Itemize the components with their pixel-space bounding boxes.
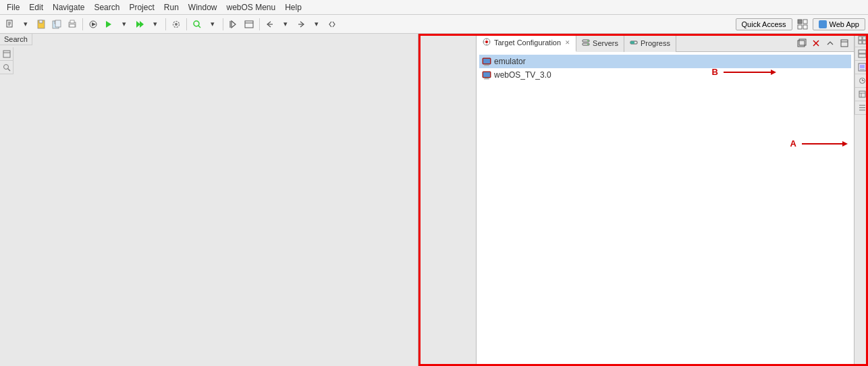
toolbar-search-dropdown[interactable]: ▾ [205, 17, 220, 32]
tab-target-config[interactable]: Target Configuration ✕ [477, 34, 576, 52]
toolbar-save-btn[interactable] [34, 17, 49, 32]
toolbar-nav2-btn[interactable] [242, 17, 256, 32]
right-icon-1[interactable] [855, 34, 868, 47]
toolbar-forward-btn[interactable] [294, 17, 308, 32]
svg-rect-66 [863, 36, 866, 40]
svg-rect-65 [859, 36, 862, 40]
progress-icon [630, 38, 638, 48]
right-icon-2[interactable] [855, 47, 868, 61]
search-tab[interactable]: Search [0, 34, 32, 45]
svg-rect-56 [483, 59, 490, 63]
svg-point-36 [485, 41, 488, 43]
tab-content: emulator webOS_TV_3.0 [477, 52, 854, 365]
svg-rect-10 [70, 20, 74, 23]
left-side-icons [0, 47, 13, 74]
svg-rect-30 [803, 25, 807, 29]
tab-actions: B [795, 36, 854, 50]
toolbar-run2-btn[interactable] [132, 17, 147, 32]
tab-bar: Target Configuration ✕ Servers [477, 34, 854, 52]
toolbar-pin-btn[interactable] [325, 17, 340, 32]
svg-rect-72 [860, 65, 865, 68]
toolbar-forward-dropdown[interactable]: ▾ [309, 17, 324, 32]
menu-help[interactable]: Help [281, 1, 306, 14]
toolbar-new-btn[interactable] [3, 17, 18, 32]
toolbar-search-btn[interactable] [190, 17, 205, 32]
svg-marker-13 [92, 22, 96, 26]
toolbar-debug-btn[interactable] [86, 17, 101, 32]
tree-item-webos[interactable]: webOS_TV_3.0 [479, 68, 851, 82]
svg-rect-5 [39, 20, 43, 23]
webos-icon [482, 70, 491, 80]
toolbar-nav1-btn[interactable] [226, 17, 241, 32]
svg-rect-8 [55, 20, 61, 27]
svg-rect-57 [485, 64, 489, 66]
toolbar-perspective-btn[interactable] [795, 17, 810, 32]
separator-1 [82, 18, 83, 30]
menu-window[interactable]: Window [184, 1, 221, 14]
right-icon-4[interactable] [855, 74, 868, 88]
right-icon-5[interactable] [855, 88, 868, 101]
svg-rect-28 [803, 20, 807, 24]
separator-5 [259, 18, 260, 30]
tab-action-close[interactable] [809, 36, 823, 50]
toolbar-save2-btn[interactable] [49, 17, 64, 32]
svg-rect-11 [70, 24, 75, 27]
toolbar-print-btn[interactable] [65, 17, 80, 32]
menu-navigate[interactable]: Navigate [49, 1, 88, 14]
tab-action-expand[interactable] [795, 36, 809, 50]
tree-item-emulator[interactable]: emulator [479, 55, 851, 68]
emulator-icon [482, 57, 491, 66]
main-area: Search [0, 34, 868, 366]
left-side-icon-1[interactable] [0, 47, 13, 61]
menu-project[interactable]: Project [125, 1, 158, 14]
tab-progress[interactable]: Progress [624, 34, 676, 52]
menu-edit[interactable]: Edit [25, 1, 47, 14]
svg-rect-60 [483, 72, 490, 77]
right-icon-3[interactable] [855, 61, 868, 74]
toolbar-settings-btn[interactable] [169, 17, 184, 32]
svg-rect-68 [863, 41, 866, 44]
right-icon-6[interactable] [855, 101, 868, 115]
toolbar-back-dropdown[interactable]: ▾ [278, 17, 293, 32]
separator-3 [186, 18, 187, 30]
web-app-icon [819, 20, 827, 28]
toolbar-dropdown-btn[interactable]: ▾ [18, 17, 33, 32]
menu-webos[interactable]: webOS Menu [223, 1, 280, 14]
toolbar-right: Quick Access Web App [736, 17, 865, 32]
tab-action-maximize[interactable] [838, 36, 851, 50]
quick-access-button[interactable]: Quick Access [736, 18, 792, 30]
menu-run[interactable]: Run [160, 1, 183, 14]
target-panel: Target Configuration ✕ Servers [476, 34, 855, 366]
target-config-icon [482, 37, 491, 48]
svg-rect-46 [630, 41, 634, 44]
svg-rect-62 [484, 79, 489, 80]
svg-rect-27 [798, 20, 802, 24]
separator-2 [165, 18, 166, 30]
menu-file[interactable]: File [3, 1, 24, 14]
web-app-button[interactable]: Web App [813, 18, 865, 30]
menu-search[interactable]: Search [90, 1, 124, 14]
emulator-label: emulator [494, 57, 526, 66]
tab-servers[interactable]: Servers [576, 34, 624, 52]
toolbar-run2-dropdown[interactable]: ▾ [148, 17, 163, 32]
tab-target-close[interactable]: ✕ [565, 39, 570, 46]
toolbar-run-btn[interactable] [101, 17, 116, 32]
svg-rect-31 [3, 51, 10, 57]
menu-bar: File Edit Navigate Search Project Run Wi… [0, 0, 868, 15]
svg-point-44 [587, 43, 589, 45]
svg-rect-69 [859, 50, 866, 53]
left-panel: Search [0, 34, 418, 366]
svg-rect-67 [859, 41, 862, 44]
tab-action-minimize[interactable] [823, 36, 837, 50]
tab-target-config-label: Target Configuration [494, 38, 561, 47]
right-panel: Target Configuration ✕ Servers [418, 34, 868, 366]
toolbar-run-dropdown[interactable]: ▾ [117, 17, 132, 32]
svg-point-19 [194, 21, 199, 26]
svg-point-17 [175, 23, 178, 26]
toolbar-back-btn[interactable] [263, 17, 277, 32]
left-side-icon-2[interactable] [0, 61, 13, 74]
tab-servers-label: Servers [593, 39, 618, 47]
svg-marker-16 [140, 21, 144, 28]
toolbar: ▾ ▾ [0, 15, 868, 34]
svg-point-33 [4, 64, 9, 69]
